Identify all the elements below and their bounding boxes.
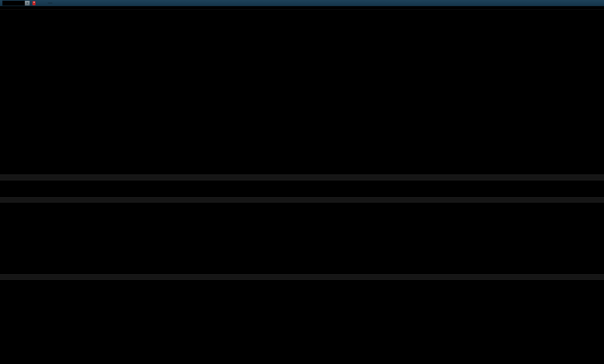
chart-canvas[interactable] — [0, 0, 604, 364]
trading-app-window: ▼ — [0, 0, 604, 364]
symbol-input[interactable]: ▼ — [2, 1, 30, 6]
rsi-pane-header — [0, 274, 604, 280]
volume-pane-header — [0, 175, 604, 180]
top-toolbar: ▼ — [0, 0, 604, 6]
chart-info-bar — [0, 6, 604, 10]
symbol-text — [2, 1, 25, 6]
alert-icon[interactable] — [32, 1, 35, 5]
session-eligibility-note — [48, 2, 52, 4]
symbol-dropdown-icon[interactable]: ▼ — [25, 1, 30, 6]
macd-pane-header — [0, 197, 604, 202]
